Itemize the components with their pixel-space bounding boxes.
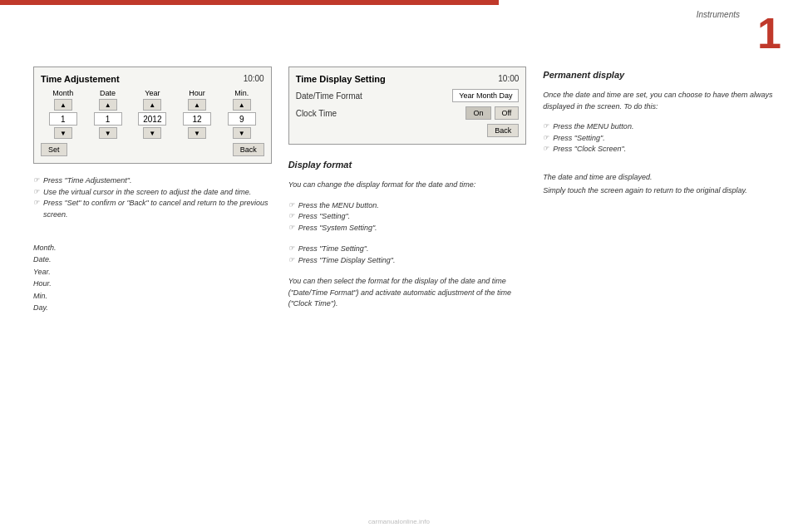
arrow-min-down[interactable]: ▼ bbox=[228, 126, 256, 140]
arrow-hour-up[interactable]: ▲ bbox=[183, 98, 211, 111]
arrow-min-up[interactable]: ▲ bbox=[228, 98, 256, 111]
display-format-body: You can change the display format for th… bbox=[288, 180, 527, 191]
panel-header-1: Time Adjustement 10:00 bbox=[41, 74, 264, 84]
col1-notes-section: Month. Date. Year. Hour. Min. Day. bbox=[33, 235, 272, 313]
bullet-1-3: Press "Set" to confirm or "Back" to canc… bbox=[33, 198, 272, 220]
arrow-year-up[interactable]: ▲ bbox=[138, 98, 166, 111]
clock-off-button[interactable]: Off bbox=[495, 106, 520, 120]
col1-bullets: Press "Time Adjustement". Use the virtua… bbox=[33, 175, 272, 220]
value-hour: 12 bbox=[183, 112, 211, 126]
display-format-body2: You can then select the format for the d… bbox=[288, 276, 527, 310]
col-headers: Month Date Year Hour Min. bbox=[41, 89, 264, 97]
permanent-display-title: Permanent display bbox=[543, 70, 781, 80]
arrow-date-up[interactable]: ▲ bbox=[94, 98, 122, 111]
arrow-month-up[interactable]: ▲ bbox=[49, 98, 77, 111]
panel-time-1: 10:00 bbox=[244, 74, 264, 84]
panel-title-1: Time Adjustement bbox=[41, 74, 120, 84]
col3-bullets: Press the MENU button. Press "Setting". … bbox=[543, 121, 781, 155]
note-hour: Hour. bbox=[33, 278, 272, 289]
column-1: Time Adjustement 10:00 Month Date Year H… bbox=[33, 66, 272, 515]
watermark: carmanualonline.info bbox=[368, 518, 430, 525]
clock-on-button[interactable]: On bbox=[466, 106, 490, 120]
bullet-1-1: Press "Time Adjustement". bbox=[33, 175, 272, 187]
note-text2: Simply touch the screen again to return … bbox=[543, 185, 781, 197]
panel-buttons-2: Back bbox=[296, 124, 520, 137]
value-month: 1 bbox=[49, 112, 77, 126]
col3-b2: Press "Setting". bbox=[543, 133, 781, 145]
col3-b3: Press "Clock Screen". bbox=[543, 144, 781, 155]
datetime-format-label: Date/Time Format bbox=[296, 91, 371, 101]
chapter-number: 1 bbox=[757, 8, 781, 58]
col2-b2-2: Press "Time Display Setting". bbox=[288, 255, 527, 267]
down-arrows-row: ▼ ▼ ▼ ▼ ▼ bbox=[41, 126, 264, 140]
set-button[interactable]: Set bbox=[41, 143, 67, 156]
note-month: Month. bbox=[33, 242, 272, 254]
col2-bullets1: Press the MENU button. Press "Setting". … bbox=[288, 200, 527, 234]
up-arrows-row: ▲ ▲ ▲ ▲ ▲ bbox=[41, 98, 264, 111]
back-button-2[interactable]: Back bbox=[487, 124, 519, 137]
value-date: 1 bbox=[94, 112, 122, 126]
arrow-month-down[interactable]: ▼ bbox=[49, 126, 77, 140]
col-hour: Hour bbox=[183, 89, 211, 97]
clock-time-label: Clock Time bbox=[296, 109, 371, 118]
col-date: Date bbox=[94, 89, 122, 97]
top-red-bar bbox=[0, 0, 499, 5]
display-format-title: Display format bbox=[288, 160, 527, 170]
col2-b1-2: Press "Setting". bbox=[288, 211, 527, 223]
col2-b2-1: Press "Time Setting". bbox=[288, 244, 527, 255]
value-min: 9 bbox=[228, 112, 256, 126]
col2-bullets2: Press "Time Setting". Press "Time Displa… bbox=[288, 244, 527, 266]
datetime-format-value: Year Month Day bbox=[452, 89, 519, 102]
values-row: 1 1 2012 12 9 bbox=[41, 112, 264, 126]
clock-time-toggle: On Off bbox=[466, 106, 519, 120]
arrow-year-down[interactable]: ▼ bbox=[138, 126, 166, 140]
bullet-1-2: Use the virtual cursor in the screen to … bbox=[33, 187, 272, 199]
arrow-hour-down[interactable]: ▼ bbox=[183, 126, 211, 140]
note-min: Min. bbox=[33, 290, 272, 302]
note-day: Day. bbox=[33, 302, 272, 313]
panel-buttons-1: Set Back bbox=[41, 143, 264, 156]
panel-title-2: Time Display Setting bbox=[296, 74, 386, 84]
value-year: 2012 bbox=[138, 112, 166, 126]
note-year: Year. bbox=[33, 266, 272, 278]
column-3: Permanent display Once the date and time… bbox=[543, 66, 781, 515]
note-text1: The date and time are displayed. bbox=[543, 172, 781, 184]
note-date: Date. bbox=[33, 254, 272, 265]
arrow-date-down[interactable]: ▼ bbox=[94, 126, 122, 140]
col2-b1-1: Press the MENU button. bbox=[288, 200, 527, 212]
time-display-panel: Time Display Setting 10:00 Date/Time For… bbox=[288, 66, 527, 145]
panel-time-2: 10:00 bbox=[498, 74, 519, 84]
col3-b1: Press the MENU button. bbox=[543, 121, 781, 133]
section-label: Instruments bbox=[697, 10, 740, 19]
panel-header-2: Time Display Setting 10:00 bbox=[296, 74, 520, 84]
column-2: Time Display Setting 10:00 Date/Time For… bbox=[288, 66, 527, 515]
col-month: Month bbox=[49, 89, 77, 97]
clock-time-row: Clock Time On Off bbox=[296, 106, 520, 120]
col1-note-list: Month. Date. Year. Hour. Min. Day. bbox=[33, 242, 272, 313]
datetime-format-row: Date/Time Format Year Month Day bbox=[296, 89, 520, 102]
permanent-display-body: Once the date and time are set, you can … bbox=[543, 90, 781, 112]
time-adjustment-panel: Time Adjustement 10:00 Month Date Year H… bbox=[33, 66, 272, 164]
main-content: Time Adjustement 10:00 Month Date Year H… bbox=[33, 66, 781, 515]
permanent-display-notes: The date and time are displayed. Simply … bbox=[543, 172, 781, 200]
back-button-1[interactable]: Back bbox=[233, 143, 264, 156]
col-year: Year bbox=[138, 89, 166, 97]
col2-b1-3: Press "System Setting". bbox=[288, 223, 527, 234]
col-min: Min. bbox=[228, 89, 256, 97]
